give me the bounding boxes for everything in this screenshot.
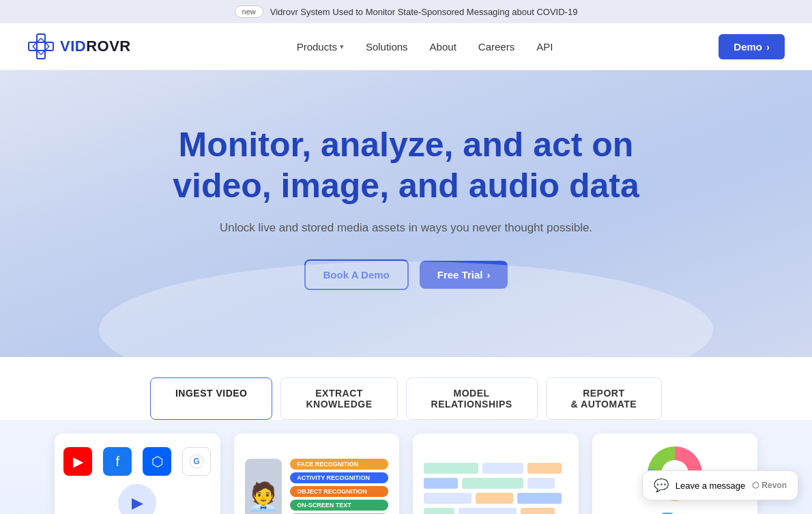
data-cell	[424, 478, 458, 489]
extract-knowledge-visual: 🧑‍💼 FACE RECOGNITION ACTIVITY RECOGNITIO…	[234, 433, 400, 514]
logo[interactable]: VIDROVR	[27, 33, 131, 60]
nav: Products ▾ Solutions About Careers API	[297, 41, 553, 53]
data-row-2	[424, 478, 568, 489]
data-cell	[462, 478, 523, 489]
data-cell	[482, 463, 523, 474]
demo-button[interactable]: Demo ›	[719, 34, 785, 59]
google-icon: G	[182, 447, 211, 476]
face-recognition-tag: FACE RECOGNITION	[290, 459, 388, 470]
bar-chart	[647, 509, 703, 514]
tab-report-automate[interactable]: REPORT& AUTOMATE	[546, 377, 663, 420]
facebook-icon: f	[103, 447, 132, 476]
logo-vid: VID	[60, 38, 86, 55]
hero-buttons: Book A Demo Free Trial ›	[304, 259, 508, 290]
data-cell	[476, 493, 513, 504]
hero-subtitle: Unlock live and stored media assets in w…	[220, 221, 592, 235]
revon-icon: ⬡	[752, 481, 759, 490]
youtube-icon: ▶	[63, 447, 92, 476]
logo-rovr: ROVR	[86, 38, 131, 55]
ingest-video-visual: ▶ f ⬡ G ▶ ↖	[55, 433, 220, 514]
header: VIDROVR Products ▾ Solutions About Caree…	[0, 23, 812, 70]
arrow-right-icon: ›	[487, 269, 490, 281]
chat-label: Leave a message	[676, 481, 746, 491]
data-cell	[521, 508, 555, 514]
app-icons-row: ▶ f ⬡ G	[63, 447, 211, 476]
revon-branding: ⬡ Revon	[752, 481, 787, 490]
dropbox-icon: ⬡	[143, 447, 171, 476]
nav-api[interactable]: API	[536, 41, 553, 53]
ingest-illustration: ▶ f ⬡ G ▶ ↖	[55, 433, 220, 514]
svg-text:G: G	[194, 457, 200, 466]
free-trial-button[interactable]: Free Trial ›	[420, 261, 508, 289]
chevron-down-icon: ▾	[340, 42, 344, 51]
chat-icon: 💬	[654, 478, 669, 493]
model-relationships-visual	[413, 433, 579, 514]
object-recognition-tag: OBJECT RECOGNITION	[290, 486, 388, 497]
data-cell	[424, 463, 478, 474]
announcement-bar: new Vidrovr System Used to Monitor State…	[0, 0, 812, 23]
model-illustration	[413, 452, 579, 514]
nav-careers[interactable]: Careers	[478, 41, 514, 53]
play-button-icon: ▶	[118, 484, 156, 514]
features-tabs: INGEST VIDEO EXTRACTKNOWLEDGE MODELRELAT…	[0, 357, 812, 420]
data-row-3	[424, 493, 568, 504]
data-cell	[424, 508, 454, 514]
data-cell	[527, 463, 562, 474]
nav-products[interactable]: Products ▾	[297, 41, 344, 53]
on-screen-text-tag: ON-SCREEN TEXT	[290, 500, 388, 511]
person-visual: 🧑‍💼 FACE RECOGNITION ACTIVITY RECOGNITIO…	[245, 459, 389, 514]
tab-model-relationships[interactable]: MODELRELATIONSHIPS	[406, 377, 538, 420]
activity-recognition-tag: ACTIVITY RECOGNITION	[290, 472, 388, 483]
hero-title: Monitor, analyze, and act on video, imag…	[150, 124, 662, 206]
arrow-right-icon: ›	[766, 41, 770, 53]
data-cell	[527, 478, 555, 489]
logo-text: VIDROVR	[60, 38, 131, 55]
chat-widget[interactable]: 💬 Leave a message ⬡ Revon	[642, 470, 798, 500]
logo-icon	[27, 33, 55, 60]
nav-solutions[interactable]: Solutions	[366, 41, 408, 53]
data-cell	[424, 493, 472, 504]
data-row-1	[424, 463, 568, 474]
new-badge: new	[235, 5, 263, 18]
tab-ingest-video[interactable]: INGEST VIDEO	[150, 377, 273, 420]
data-cell	[517, 493, 562, 504]
data-row-4	[424, 508, 568, 514]
nav-about[interactable]: About	[430, 41, 456, 53]
recognition-tags: FACE RECOGNITION ACTIVITY RECOGNITION OB…	[290, 459, 388, 514]
hero-section: Monitor, analyze, and act on video, imag…	[0, 70, 812, 357]
data-cell	[459, 508, 517, 514]
tab-extract-knowledge[interactable]: EXTRACTKNOWLEDGE	[280, 377, 397, 420]
person-figure: 🧑‍💼	[245, 459, 282, 514]
extract-illustration: 🧑‍💼 FACE RECOGNITION ACTIVITY RECOGNITIO…	[234, 448, 400, 514]
announcement-text: Vidrovr System Used to Monitor State-Spo…	[270, 7, 578, 17]
book-demo-button[interactable]: Book A Demo	[304, 259, 409, 290]
